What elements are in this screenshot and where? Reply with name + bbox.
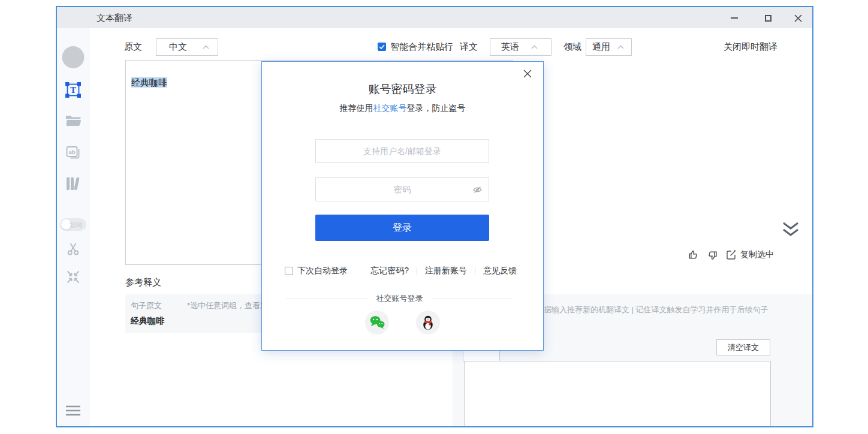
qq-icon <box>420 314 436 331</box>
sidebar-item-text-translate[interactable]: T <box>65 82 82 98</box>
selected-source-text: 经典咖啡 <box>131 77 167 88</box>
svg-text:ab: ab <box>68 149 75 155</box>
modal-close-button[interactable] <box>522 68 534 80</box>
maximize-icon <box>765 15 771 22</box>
close-window-button[interactable] <box>791 11 805 25</box>
auto-login-checkbox[interactable] <box>285 267 293 275</box>
chevron-up-icon <box>617 45 624 49</box>
sidebar-item-library[interactable] <box>65 176 82 192</box>
avatar[interactable] <box>62 46 84 68</box>
minimize-icon <box>731 17 738 19</box>
domain-label: 领域 <box>563 38 581 56</box>
copy-selected-label: 复制选中 <box>740 248 774 260</box>
subtitle-suffix: 登录，防止盗号 <box>407 103 466 113</box>
chevron-double-down-icon <box>781 221 800 237</box>
reference-hint: *选中任意词组，查看对 <box>187 300 268 311</box>
divider-line <box>286 299 369 299</box>
clear-translation-button[interactable]: 清空译文 <box>716 339 770 355</box>
dictionary-icon: ab <box>65 145 80 159</box>
social-login-row <box>262 311 543 334</box>
expand-results-button[interactable] <box>781 221 800 237</box>
subtitle-prefix: 推荐使用 <box>340 103 373 113</box>
thumbs-down-button[interactable] <box>707 250 718 261</box>
sidebar: T ab 划词 <box>57 28 89 426</box>
username-input[interactable] <box>315 139 489 163</box>
scissors-icon <box>66 242 80 256</box>
maximize-button[interactable] <box>761 11 775 25</box>
check-icon <box>379 44 385 49</box>
close-icon <box>523 69 532 79</box>
sidebar-item-dictionary[interactable]: ab <box>65 145 80 159</box>
divider-line <box>431 299 514 299</box>
thumb-down-icon <box>707 250 718 261</box>
titlebar: 文本翻译 <box>57 7 812 28</box>
screenshot-button[interactable] <box>66 242 80 256</box>
login-button[interactable]: 登录 <box>315 215 489 241</box>
copy-selected-button[interactable]: 复制选中 <box>726 248 774 260</box>
close-icon <box>794 14 803 23</box>
source-language-value: 中文 <box>169 41 187 53</box>
sentence-source-header: 句子原文 <box>131 300 162 311</box>
qq-login-button[interactable] <box>416 311 440 334</box>
folder-icon <box>65 114 81 127</box>
login-options-row: 下次自动登录 忘记密码? 注册新账号 意见反馈 <box>285 266 517 276</box>
smart-merge-checkbox[interactable] <box>378 43 386 51</box>
social-login-divider: 社交账号登录 <box>286 293 513 304</box>
library-icon <box>65 176 82 192</box>
eye-off-icon <box>472 185 483 195</box>
divider <box>475 267 475 275</box>
collapse-window-button[interactable] <box>65 269 81 285</box>
toggle-label: 划词 <box>70 220 83 229</box>
register-link[interactable]: 注册新账号 <box>425 266 467 276</box>
collapse-icon <box>65 269 81 285</box>
reference-title: 参考释义 <box>125 277 161 288</box>
hamburger-icon <box>65 405 81 417</box>
domain-select[interactable]: 通用 <box>586 38 632 56</box>
auto-login-label: 下次自动登录 <box>297 266 348 276</box>
app-window: 文本翻译 T ab <box>56 6 813 427</box>
text-select-icon: T <box>65 82 82 98</box>
feedback-link[interactable]: 意见反馈 <box>483 266 517 276</box>
login-modal: 账号密码登录 推荐使用社交账号登录，防止盗号 登录 下次自动登录 忘记密码? <box>261 61 544 351</box>
source-label: 原文 <box>124 38 142 56</box>
thumbs-up-button[interactable] <box>688 249 699 260</box>
wechat-icon <box>368 314 386 331</box>
target-language-select[interactable]: 英语 <box>490 38 551 56</box>
translation-edit-area[interactable] <box>464 361 771 427</box>
thumb-up-icon <box>688 249 699 260</box>
forgot-password-link[interactable]: 忘记密码? <box>370 266 409 276</box>
wechat-login-button[interactable] <box>365 311 389 334</box>
chevron-up-icon <box>203 45 209 49</box>
minimize-button[interactable] <box>727 11 742 25</box>
domain-value: 通用 <box>592 41 610 53</box>
window-title: 文本翻译 <box>97 7 132 28</box>
password-input[interactable] <box>315 177 489 201</box>
source-language-select[interactable]: 中文 <box>156 38 218 56</box>
menu-button[interactable] <box>65 405 81 417</box>
divider <box>417 267 417 275</box>
word-select-toggle[interactable]: 划词 <box>60 218 86 231</box>
modal-subtitle: 推荐使用社交账号登录，防止盗号 <box>262 103 543 114</box>
chevron-up-icon <box>531 45 538 49</box>
social-account-link[interactable]: 社交账号 <box>373 103 407 113</box>
target-label: 译文 <box>460 38 478 56</box>
edit-panel-hint: 据输入推荐新的机翻译文 | 记住译文触发自学习并作用于后续句子 <box>544 305 768 315</box>
social-divider-label: 社交账号登录 <box>376 293 423 304</box>
show-password-button[interactable] <box>472 185 483 195</box>
sidebar-item-documents[interactable] <box>65 114 81 127</box>
modal-title: 账号密码登录 <box>262 82 543 97</box>
smart-merge-label: 智能合并粘贴行 <box>390 38 453 56</box>
reference-sentence: 经典咖啡 <box>131 316 164 327</box>
instant-translate-toggle[interactable]: 关闭即时翻译 <box>724 38 777 56</box>
copy-edit-icon <box>726 249 737 260</box>
svg-text:T: T <box>70 86 76 95</box>
target-language-value: 英语 <box>501 41 519 53</box>
